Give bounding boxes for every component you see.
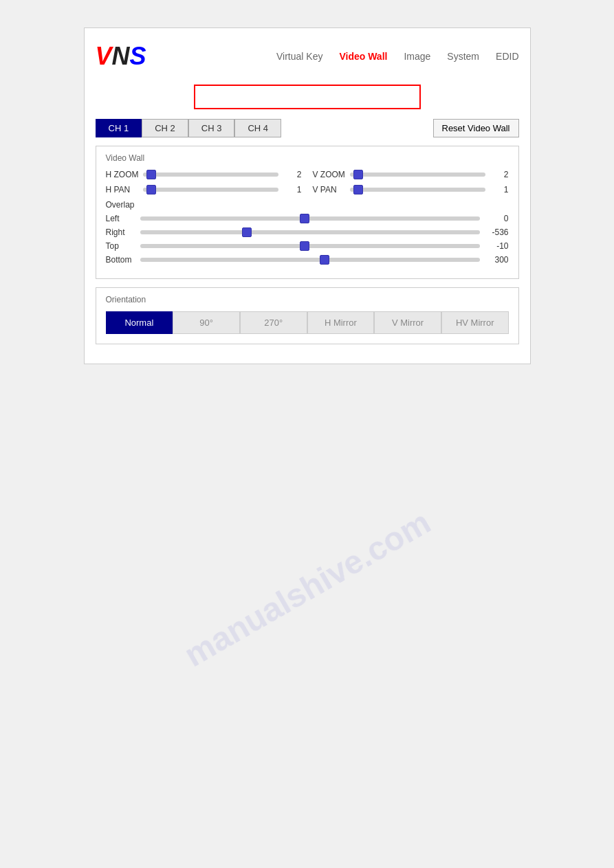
v-pan-value: 1: [490, 185, 509, 194]
v-zoom-row: V ZOOM 2: [313, 170, 509, 179]
nav-image[interactable]: Image: [404, 51, 430, 62]
top-label: Top: [106, 241, 136, 251]
main-container: V N S Virtual Key Video Wall Image Syste…: [84, 27, 531, 364]
orientation-buttons: Normal 90° 270° H Mirror V Mirror HV Mir…: [106, 311, 509, 334]
h-zoom-thumb[interactable]: [146, 170, 156, 179]
right-thumb[interactable]: [242, 227, 252, 237]
channel-tab-4[interactable]: CH 4: [234, 119, 281, 137]
orientation-label: Orientation: [106, 295, 509, 304]
h-zoom-track[interactable]: [143, 173, 278, 177]
h-pan-thumb[interactable]: [146, 185, 156, 194]
left-track[interactable]: [140, 216, 480, 221]
orient-normal-button[interactable]: Normal: [106, 311, 173, 334]
channel-row: CH 1 CH 2 CH 3 CH 4 Reset Video Wall: [96, 119, 519, 137]
bottom-row: Bottom 300: [106, 255, 509, 265]
left-value: 0: [484, 214, 509, 223]
search-input[interactable]: [194, 85, 421, 109]
bottom-track[interactable]: [140, 258, 480, 262]
right-label: Right: [106, 227, 136, 237]
nav-edid[interactable]: EDID: [496, 51, 518, 62]
v-pan-track[interactable]: [350, 188, 485, 192]
logo: V N S: [96, 39, 164, 74]
v-zoom-value: 2: [490, 170, 509, 179]
nav-system[interactable]: System: [447, 51, 479, 62]
orient-vmirror-button[interactable]: V Mirror: [374, 311, 441, 334]
h-zoom-value: 2: [283, 170, 302, 179]
nav-menu: Virtual Key Video Wall Image System EDID: [276, 51, 519, 62]
channel-tab-3[interactable]: CH 3: [188, 119, 235, 137]
v-pan-thumb[interactable]: [353, 185, 363, 194]
bottom-label: Bottom: [106, 255, 136, 265]
v-zoom-label: V ZOOM: [313, 170, 346, 179]
right-value: -536: [484, 227, 509, 237]
bottom-value: 300: [484, 255, 509, 265]
logo-s: S: [130, 42, 146, 71]
v-zoom-thumb[interactable]: [353, 170, 363, 179]
orient-270-button[interactable]: 270°: [240, 311, 307, 334]
h-pan-value: 1: [283, 185, 302, 194]
left-row: Left 0: [106, 214, 509, 223]
header: V N S Virtual Key Video Wall Image Syste…: [96, 39, 519, 74]
orient-90-button[interactable]: 90°: [173, 311, 240, 334]
v-pan-label: V PAN: [313, 185, 346, 194]
h-pan-label: H PAN: [106, 185, 139, 194]
orient-hvmirror-button[interactable]: HV Mirror: [441, 311, 509, 334]
left-label: Left: [106, 214, 136, 223]
left-thumb[interactable]: [300, 214, 309, 223]
v-zoom-track[interactable]: [350, 173, 485, 177]
overlap-label: Overlap: [106, 200, 509, 210]
bottom-thumb[interactable]: [320, 255, 329, 265]
h-pan-track[interactable]: [143, 188, 278, 192]
video-wall-label: Video Wall: [106, 153, 509, 163]
h-zoom-label: H ZOOM: [106, 170, 139, 179]
orientation-section: Orientation Normal 90° 270° H Mirror V M…: [96, 287, 519, 344]
top-row: Top -10: [106, 241, 509, 251]
h-pan-row: H PAN 1: [106, 185, 302, 194]
channel-tab-2[interactable]: CH 2: [142, 119, 188, 137]
channel-tab-1[interactable]: CH 1: [96, 119, 142, 137]
logo-n: N: [112, 42, 130, 71]
logo-v: V: [96, 42, 112, 71]
top-track[interactable]: [140, 244, 480, 248]
nav-video-wall[interactable]: Video Wall: [339, 51, 387, 62]
right-row: Right -536: [106, 227, 509, 237]
v-pan-row: V PAN 1: [313, 185, 509, 194]
top-value: -10: [484, 241, 509, 251]
reset-video-wall-button[interactable]: Reset Video Wall: [433, 119, 519, 137]
top-thumb[interactable]: [300, 241, 309, 251]
nav-virtual-key[interactable]: Virtual Key: [276, 51, 322, 62]
h-zoom-row: H ZOOM 2: [106, 170, 302, 179]
sliders-grid: H ZOOM 2 V ZOOM 2 H PAN 1: [106, 170, 509, 194]
video-wall-section: Video Wall H ZOOM 2 V ZOOM 2 H PAN: [96, 146, 519, 279]
right-track[interactable]: [140, 230, 480, 234]
orient-hmirror-button[interactable]: H Mirror: [307, 311, 375, 334]
